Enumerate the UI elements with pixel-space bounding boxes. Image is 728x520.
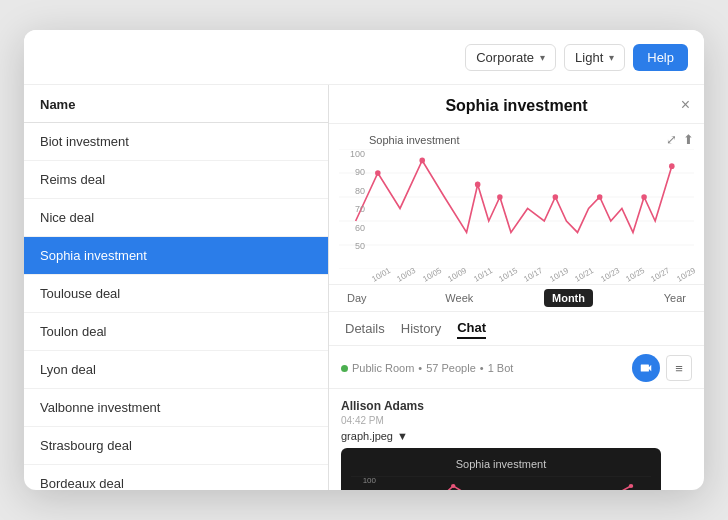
help-button[interactable]: Help: [633, 44, 688, 71]
chart-title: Sophia investment: [369, 134, 460, 146]
chart-icons: ⤢ ⬆: [666, 132, 694, 147]
svg-point-20: [451, 484, 455, 488]
y-axis-labels: 100 90 80 70 60 50: [339, 149, 369, 251]
share-icon[interactable]: ⬆: [683, 132, 694, 147]
expand-icon[interactable]: ⤢: [666, 132, 677, 147]
theme-dropdown[interactable]: Light ▾: [564, 44, 625, 71]
preview-y-100: 100: [363, 476, 376, 485]
online-status-dot: [341, 365, 348, 372]
y-label-70: 70: [355, 204, 365, 214]
svg-point-9: [497, 194, 503, 200]
list-item[interactable]: Sophia investment: [24, 237, 328, 275]
preview-y-labels: 100 90 80 70 60: [351, 476, 379, 490]
list-item[interactable]: Toulon deal: [24, 313, 328, 351]
time-tab-year[interactable]: Year: [656, 289, 694, 307]
top-bar: Corporate ▾ Light ▾ Help: [24, 30, 704, 85]
y-label-60: 60: [355, 223, 365, 233]
chat-room-actions: ≡: [632, 354, 692, 382]
tab-chat[interactable]: Chat: [457, 320, 486, 339]
svg-point-6: [375, 170, 381, 176]
file-arrow-icon: ▼: [397, 430, 408, 442]
y-label-90: 90: [355, 167, 365, 177]
right-panel: Sophia investment × Sophia investment ⤢ …: [329, 85, 704, 490]
preview-chart-svg: [351, 476, 651, 490]
app-window: Corporate ▾ Light ▾ Help Name Biot inves…: [24, 30, 704, 490]
room-separator: •: [418, 362, 422, 374]
preview-chart-title: Sophia investment: [351, 458, 651, 470]
list-item[interactable]: Lyon deal: [24, 351, 328, 389]
video-icon: [639, 361, 653, 375]
list-item[interactable]: Nice deal: [24, 199, 328, 237]
svg-point-22: [629, 484, 633, 488]
panel-title: Sophia investment: [445, 97, 587, 115]
close-button[interactable]: ×: [681, 97, 690, 113]
people-count: 57 People: [426, 362, 476, 374]
x-axis-labels: 10/01 10/03 10/05 10/09 10/11 10/15 10/1…: [339, 271, 694, 280]
corporate-chevron-icon: ▾: [540, 52, 545, 63]
list-header: Name: [24, 85, 328, 123]
image-preview: Sophia investment 100 90 80 70 60: [341, 448, 661, 490]
file-attachment[interactable]: graph.jpeg ▼: [341, 430, 692, 442]
main-content: Name Biot investmentReims dealNice dealS…: [24, 85, 704, 490]
svg-point-12: [641, 194, 647, 200]
svg-point-7: [419, 158, 425, 164]
filter-button[interactable]: ≡: [666, 355, 692, 381]
message-sender: Allison Adams: [341, 399, 692, 413]
svg-point-11: [597, 194, 603, 200]
list-item[interactable]: Toulouse deal: [24, 275, 328, 313]
svg-point-13: [669, 163, 675, 169]
file-name: graph.jpeg: [341, 430, 393, 442]
corporate-label: Corporate: [476, 50, 534, 65]
room-label: Public Room: [352, 362, 414, 374]
message-area: Allison Adams 04:42 PM graph.jpeg ▼ Soph…: [329, 389, 704, 490]
panel-header: Sophia investment ×: [329, 85, 704, 124]
chart-svg: [339, 149, 694, 269]
bot-count: 1 Bot: [488, 362, 514, 374]
y-label-80: 80: [355, 186, 365, 196]
chat-area: Public Room • 57 People • 1 Bot: [329, 346, 704, 490]
corporate-dropdown[interactable]: Corporate ▾: [465, 44, 556, 71]
theme-label: Light: [575, 50, 603, 65]
svg-point-10: [553, 194, 559, 200]
list-item[interactable]: Biot investment: [24, 123, 328, 161]
time-tab-day[interactable]: Day: [339, 289, 375, 307]
y-label-50: 50: [355, 241, 365, 251]
video-call-button[interactable]: [632, 354, 660, 382]
time-tabs: Day Week Month Year: [329, 285, 704, 312]
y-label-100: 100: [350, 149, 365, 159]
theme-chevron-icon: ▾: [609, 52, 614, 63]
tab-details[interactable]: Details: [345, 321, 385, 338]
chart-wrapper: 100 90 80 70 60 50: [339, 149, 694, 269]
chat-room-bar: Public Room • 57 People • 1 Bot: [329, 346, 704, 389]
time-tab-month[interactable]: Month: [544, 289, 593, 307]
message-time: 04:42 PM: [341, 415, 692, 426]
svg-point-8: [475, 182, 481, 188]
detail-tabs: Details History Chat: [329, 312, 704, 346]
time-tab-week[interactable]: Week: [437, 289, 481, 307]
chart-title-row: Sophia investment ⤢ ⬆: [339, 132, 694, 147]
room-separator2: •: [480, 362, 484, 374]
tab-history[interactable]: History: [401, 321, 441, 338]
left-panel: Name Biot investmentReims dealNice dealS…: [24, 85, 329, 490]
chat-room-info: Public Room • 57 People • 1 Bot: [341, 362, 513, 374]
list-item[interactable]: Strasbourg deal: [24, 427, 328, 465]
preview-chart: 100 90 80 70 60: [351, 476, 651, 490]
list-items-container: Biot investmentReims dealNice dealSophia…: [24, 123, 328, 490]
chart-area: Sophia investment ⤢ ⬆ 100 90 80 70 60 50: [329, 124, 704, 285]
list-item[interactable]: Reims deal: [24, 161, 328, 199]
list-item[interactable]: Valbonne investment: [24, 389, 328, 427]
filter-icon: ≡: [675, 361, 683, 376]
list-item[interactable]: Bordeaux deal: [24, 465, 328, 490]
